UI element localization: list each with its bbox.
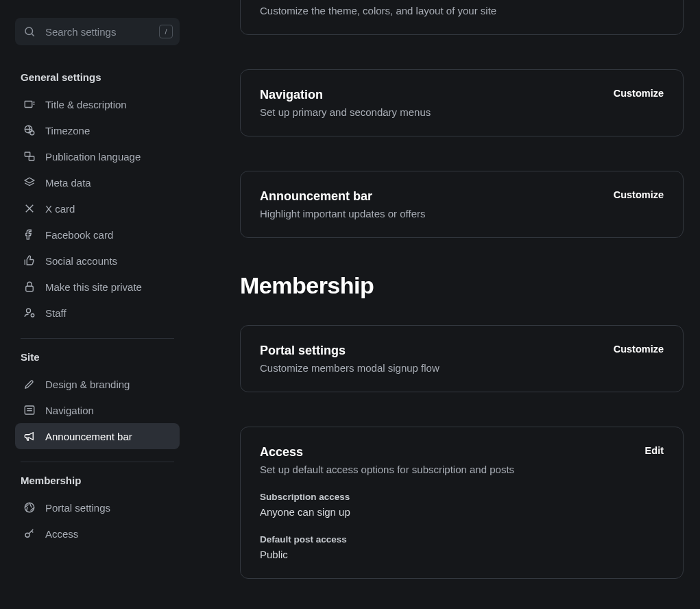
sidebar-item-label: Portal settings bbox=[45, 502, 110, 514]
customize-button[interactable]: Customize bbox=[614, 344, 664, 355]
search-input[interactable] bbox=[15, 18, 180, 45]
megaphone-icon bbox=[23, 430, 36, 442]
settings-sidebar: / General settings Title & description T… bbox=[0, 0, 195, 609]
card-description: Highlight important updates or offers bbox=[260, 208, 426, 219]
search-icon bbox=[23, 25, 36, 38]
sidebar-item-label: Announcement bar bbox=[45, 431, 132, 442]
sidebar-item-label: Timezone bbox=[45, 125, 90, 136]
field-value: Anyone can sign up bbox=[260, 506, 664, 518]
svg-point-6 bbox=[30, 131, 34, 135]
group-title-membership: Membership bbox=[21, 475, 174, 486]
card-title: Access bbox=[260, 445, 514, 459]
group-title-site: Site bbox=[21, 351, 174, 363]
card-description: Set up primary and secondary menus bbox=[260, 106, 431, 118]
thumbs-up-icon bbox=[23, 254, 36, 267]
sidebar-item-label: Social accounts bbox=[45, 255, 117, 267]
sidebar-item-access[interactable]: Access bbox=[15, 521, 180, 547]
globe-clock-icon bbox=[23, 124, 36, 136]
svg-rect-8 bbox=[29, 156, 34, 160]
sidebar-item-label: Facebook card bbox=[45, 229, 113, 241]
divider bbox=[21, 462, 174, 462]
sidebar-item-label: Publication language bbox=[45, 151, 141, 163]
user-gear-icon bbox=[23, 307, 36, 319]
sidebar-item-label: Title & description bbox=[45, 99, 127, 110]
sidebar-item-title-description[interactable]: Title & description bbox=[15, 91, 180, 117]
search-shortcut-badge: / bbox=[159, 25, 173, 38]
sidebar-item-label: Staff bbox=[45, 307, 67, 319]
sidebar-item-portal-settings[interactable]: Portal settings bbox=[15, 494, 180, 521]
sidebar-item-social-accounts[interactable]: Social accounts bbox=[15, 248, 180, 274]
sidebar-item-label: Design & branding bbox=[45, 379, 130, 390]
sidebar-item-design-branding[interactable]: Design & branding bbox=[15, 371, 180, 397]
sidebar-item-announcement-bar[interactable]: Announcement bar bbox=[15, 423, 180, 449]
aperture-icon bbox=[23, 501, 36, 514]
layers-icon bbox=[23, 176, 36, 189]
sidebar-item-label: Make this site private bbox=[45, 281, 142, 293]
svg-point-14 bbox=[27, 309, 31, 313]
default-post-access-field: Default post access Public bbox=[260, 534, 664, 560]
lock-icon bbox=[23, 280, 36, 293]
sidebar-item-timezone[interactable]: Timezone bbox=[15, 117, 180, 143]
card-title: Announcement bar bbox=[260, 189, 426, 204]
customize-button[interactable]: Customize bbox=[614, 88, 664, 99]
svg-point-15 bbox=[31, 314, 34, 318]
brush-icon bbox=[23, 378, 36, 390]
membership-heading: Membership bbox=[240, 272, 684, 299]
svg-rect-16 bbox=[25, 406, 34, 414]
sidebar-item-make-private[interactable]: Make this site private bbox=[15, 274, 180, 300]
svg-rect-2 bbox=[25, 102, 32, 108]
portal-settings-card: Portal settings Customize members modal … bbox=[240, 325, 684, 392]
card-description: Customize members modal signup flow bbox=[260, 362, 439, 374]
edit-button[interactable]: Edit bbox=[645, 445, 664, 456]
x-icon bbox=[23, 202, 36, 215]
access-card: Access Set up default access options for… bbox=[240, 427, 684, 579]
search-container: / bbox=[15, 18, 180, 45]
subscription-access-field: Subscription access Anyone can sign up bbox=[260, 492, 664, 518]
key-icon bbox=[23, 527, 36, 540]
card-description: Set up default access options for subscr… bbox=[260, 464, 514, 475]
svg-point-20 bbox=[25, 533, 29, 537]
navigation-card: Navigation Set up primary and secondary … bbox=[240, 69, 684, 136]
divider bbox=[21, 338, 174, 339]
sidebar-item-publication-language[interactable]: Publication language bbox=[15, 143, 180, 169]
design-branding-card: Customize the theme, colors, and layout … bbox=[240, 0, 684, 35]
language-icon bbox=[23, 150, 36, 163]
card-title: Navigation bbox=[260, 88, 431, 102]
title-icon bbox=[23, 98, 36, 110]
field-label: Subscription access bbox=[260, 492, 664, 502]
card-title: Portal settings bbox=[260, 344, 439, 358]
list-icon bbox=[23, 404, 36, 416]
svg-point-0 bbox=[25, 27, 33, 35]
sidebar-item-label: X card bbox=[45, 203, 75, 215]
group-title-general: General settings bbox=[21, 71, 174, 83]
field-label: Default post access bbox=[260, 534, 664, 545]
sidebar-item-label: Access bbox=[45, 528, 78, 540]
sidebar-item-label: Navigation bbox=[45, 405, 94, 416]
sidebar-item-meta-data[interactable]: Meta data bbox=[15, 169, 180, 195]
svg-rect-7 bbox=[25, 152, 30, 156]
sidebar-item-label: Meta data bbox=[45, 177, 91, 189]
svg-line-1 bbox=[32, 34, 34, 36]
sidebar-item-facebook-card[interactable]: Facebook card bbox=[15, 222, 180, 248]
sidebar-item-x-card[interactable]: X card bbox=[15, 195, 180, 222]
facebook-icon bbox=[23, 228, 36, 241]
announcement-bar-card: Announcement bar Highlight important upd… bbox=[240, 171, 684, 238]
sidebar-item-navigation[interactable]: Navigation bbox=[15, 397, 180, 423]
card-description: Customize the theme, colors, and layout … bbox=[260, 5, 664, 16]
svg-rect-13 bbox=[26, 286, 34, 291]
sidebar-item-staff[interactable]: Staff bbox=[15, 300, 180, 326]
customize-button[interactable]: Customize bbox=[614, 189, 664, 200]
svg-marker-9 bbox=[25, 178, 34, 183]
settings-main: Customize the theme, colors, and layout … bbox=[195, 0, 700, 609]
field-value: Public bbox=[260, 549, 664, 560]
